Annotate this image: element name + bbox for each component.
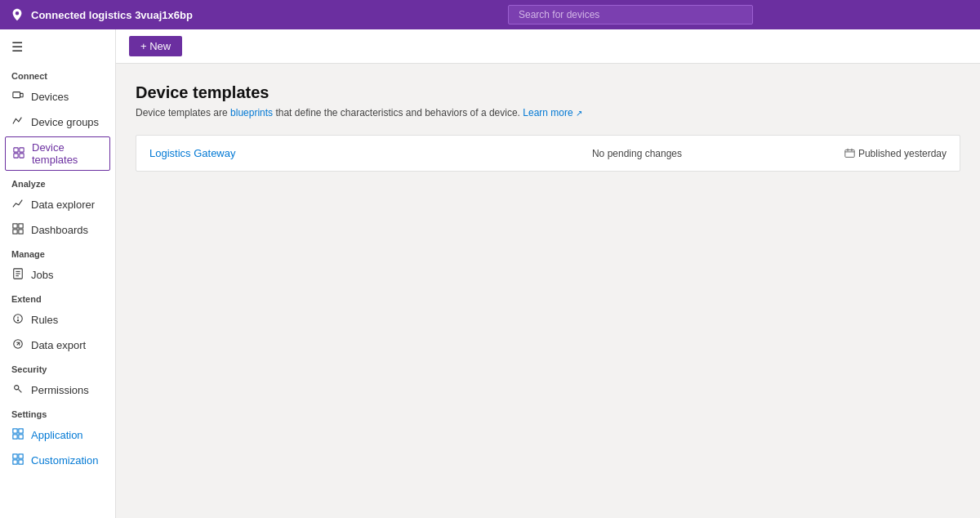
app-logo: Connected logistics 3vuaj1x6bp	[10, 7, 193, 22]
main-content: Device templates Device templates are bl…	[116, 64, 980, 518]
devices-icon	[11, 90, 24, 104]
device-templates-icon	[12, 147, 25, 161]
section-settings: Settings	[0, 403, 115, 422]
device-groups-icon	[11, 115, 24, 129]
svg-rect-26	[19, 454, 23, 458]
svg-rect-29	[845, 150, 854, 157]
svg-rect-5	[20, 153, 24, 157]
device-groups-label: Device groups	[31, 116, 99, 128]
page-description: Device templates are blueprints that def…	[136, 107, 960, 118]
table-row: Logistics Gateway No pending changes Pub…	[136, 136, 960, 171]
svg-rect-22	[19, 429, 23, 433]
learn-more-link[interactable]: Learn more ↗	[523, 107, 582, 118]
application-icon	[11, 428, 24, 442]
new-button[interactable]: + New	[129, 36, 182, 56]
section-extend: Extend	[0, 288, 115, 307]
learn-more-text: Learn more	[523, 107, 572, 118]
device-templates-label: Device templates	[32, 141, 103, 166]
sidebar-item-device-templates[interactable]: Device templates	[5, 136, 110, 171]
jobs-label: Jobs	[31, 269, 53, 281]
data-export-icon	[11, 338, 24, 352]
published-text: Published yesterday	[858, 148, 947, 159]
sidebar-item-customization[interactable]: Customization	[0, 448, 115, 473]
section-security: Security	[0, 358, 115, 377]
external-link-icon: ↗	[576, 109, 582, 118]
topbar: Connected logistics 3vuaj1x6bp	[0, 0, 980, 29]
dashboards-label: Dashboards	[31, 224, 88, 236]
location-icon	[10, 7, 24, 22]
data-explorer-label: Data explorer	[31, 199, 95, 211]
sidebar-item-data-explorer[interactable]: Data explorer	[0, 192, 115, 217]
section-analyze: Analyze	[0, 172, 115, 192]
sidebar-item-jobs[interactable]: Jobs	[0, 262, 115, 288]
data-explorer-icon	[11, 198, 24, 212]
svg-rect-27	[13, 460, 17, 464]
search-bar[interactable]	[508, 5, 753, 25]
customization-label: Customization	[31, 454, 98, 467]
sidebar-item-permissions[interactable]: Permissions	[0, 377, 115, 403]
sidebar: ☰ Connect Devices Device groups Device t…	[0, 29, 116, 518]
svg-rect-3	[20, 147, 24, 151]
template-published: Published yesterday	[800, 148, 947, 159]
svg-rect-25	[13, 454, 17, 458]
svg-rect-9	[19, 230, 23, 234]
new-button-label: + New	[140, 40, 171, 52]
template-status: No pending changes	[474, 148, 800, 159]
sidebar-item-application[interactable]: Application	[0, 422, 115, 448]
devices-label: Devices	[31, 91, 69, 103]
svg-rect-6	[13, 224, 17, 228]
search-input[interactable]	[508, 5, 753, 25]
sidebar-item-device-groups[interactable]: Device groups	[0, 109, 115, 135]
page-title: Device templates	[136, 83, 960, 102]
permissions-icon	[11, 383, 24, 397]
desc-prefix: Device templates are	[136, 107, 230, 118]
toolbar: + New	[116, 29, 980, 64]
hamburger-button[interactable]: ☰	[0, 29, 115, 65]
template-name-link[interactable]: Logistics Gateway	[149, 147, 474, 159]
data-export-label: Data export	[31, 339, 86, 351]
svg-point-16	[17, 320, 18, 321]
svg-rect-28	[19, 460, 23, 464]
rules-icon	[11, 313, 24, 327]
svg-rect-1	[20, 93, 24, 96]
svg-rect-21	[13, 429, 17, 433]
section-connect: Connect	[0, 65, 115, 84]
svg-rect-24	[19, 435, 23, 439]
permissions-label: Permissions	[31, 384, 89, 396]
sidebar-item-data-export[interactable]: Data export	[0, 333, 115, 358]
svg-point-19	[15, 386, 19, 390]
application-label: Application	[31, 429, 83, 441]
dashboards-icon	[11, 223, 24, 237]
svg-rect-0	[13, 92, 20, 98]
svg-rect-2	[14, 147, 18, 151]
svg-rect-8	[13, 230, 17, 234]
sidebar-item-dashboards[interactable]: Dashboards	[0, 217, 115, 243]
section-manage: Manage	[0, 243, 115, 262]
published-icon	[844, 148, 855, 159]
desc-blueprint-link[interactable]: blueprints	[230, 107, 273, 118]
sidebar-item-rules[interactable]: Rules	[0, 307, 115, 333]
customization-icon	[11, 453, 24, 467]
jobs-icon	[11, 268, 24, 282]
desc-middle: that define the characteristics and beha…	[273, 107, 523, 118]
rules-label: Rules	[31, 314, 58, 326]
template-list: Logistics Gateway No pending changes Pub…	[136, 135, 960, 172]
svg-rect-23	[13, 435, 17, 439]
svg-line-20	[18, 389, 21, 392]
svg-rect-4	[14, 153, 18, 157]
svg-rect-7	[19, 224, 23, 228]
sidebar-item-devices[interactable]: Devices	[0, 84, 115, 109]
